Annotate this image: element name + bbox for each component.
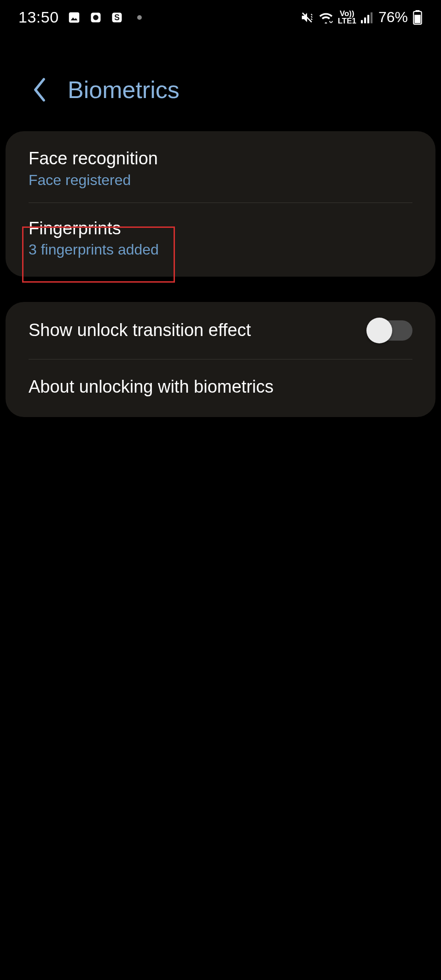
back-button[interactable]: [32, 78, 47, 102]
status-time: 13:50: [18, 8, 59, 26]
options-section: Show unlock transition effect About unlo…: [6, 302, 435, 417]
more-notifications-dot: [137, 15, 142, 20]
toggle-thumb: [366, 318, 392, 343]
biometrics-section: Face recognition Face registered Fingerp…: [6, 131, 435, 277]
battery-percentage: 76%: [378, 9, 408, 26]
face-recognition-row[interactable]: Face recognition Face registered: [6, 131, 435, 203]
status-bar: 13:50 S Vo)) LTE1 76%: [0, 0, 441, 35]
svg-rect-8: [367, 15, 369, 23]
svg-rect-12: [414, 15, 420, 23]
svg-rect-9: [371, 12, 372, 23]
unlock-transition-row[interactable]: Show unlock transition effect: [6, 302, 435, 359]
unlock-transition-toggle[interactable]: [367, 320, 412, 341]
face-recognition-status: Face registered: [29, 172, 412, 189]
wifi-icon: [319, 12, 333, 23]
volte-indicator: Vo)) LTE1: [338, 10, 356, 24]
svg-rect-0: [69, 12, 79, 23]
page-title: Biometrics: [68, 76, 180, 104]
status-right: Vo)) LTE1 76%: [300, 9, 423, 26]
mute-vibrate-icon: [300, 11, 314, 24]
unlock-transition-title: Show unlock transition effect: [29, 319, 251, 342]
fingerprints-row[interactable]: Fingerprints 3 fingerprints added: [6, 203, 435, 277]
app-icon-s: S: [110, 11, 123, 24]
battery-icon: [412, 10, 423, 25]
app-icon-1: [89, 11, 102, 24]
signal-icon: [361, 12, 374, 23]
svg-text:S: S: [114, 12, 120, 22]
image-icon: [67, 11, 81, 24]
page-header: Biometrics: [0, 35, 441, 131]
lte-text: LTE1: [338, 17, 356, 24]
about-biometrics-title: About unlocking with biometrics: [29, 376, 412, 398]
fingerprints-title: Fingerprints: [29, 218, 412, 240]
about-biometrics-row[interactable]: About unlocking with biometrics: [6, 360, 435, 418]
svg-point-2: [93, 15, 99, 20]
face-recognition-title: Face recognition: [29, 148, 412, 170]
status-left: 13:50 S: [18, 8, 142, 26]
svg-rect-6: [361, 20, 363, 23]
svg-rect-7: [364, 17, 366, 23]
fingerprints-status: 3 fingerprints added: [29, 241, 412, 258]
